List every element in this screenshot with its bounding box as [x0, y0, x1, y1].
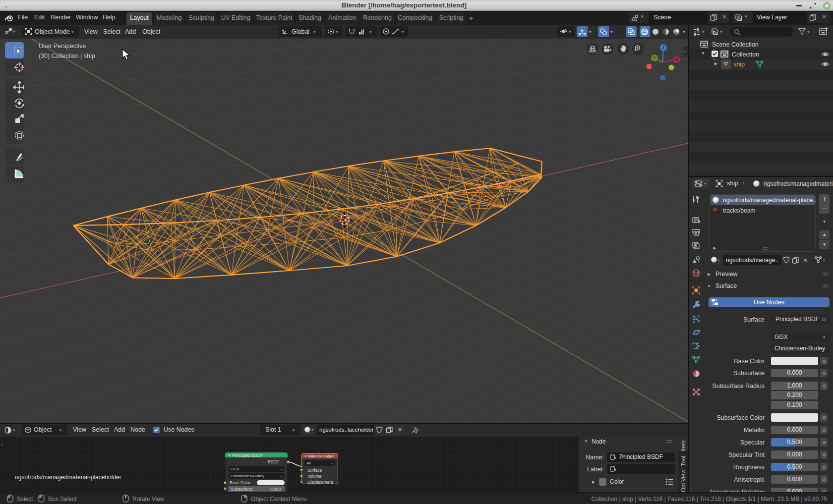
svg-text:Z: Z	[662, 45, 665, 50]
svg-text:X: X	[675, 57, 678, 62]
svg-text:Y: Y	[653, 56, 656, 60]
